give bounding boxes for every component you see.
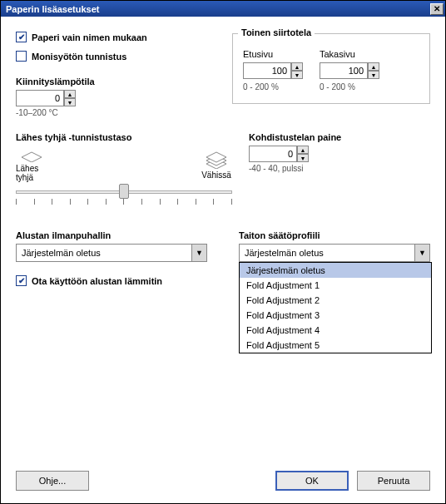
- ok-button[interactable]: OK: [275, 471, 349, 491]
- transfer-roll-legend: Toinen siirtotela: [238, 27, 315, 37]
- svg-marker-0: [22, 152, 42, 162]
- front-input[interactable]: [243, 62, 291, 79]
- transfer-roll-group: Toinen siirtotela Etusivu ▲ ▼ 0: [232, 33, 430, 104]
- fuser-temp-label: Kiinnityslämpötila: [16, 77, 232, 86]
- aligner-down[interactable]: ▼: [297, 154, 309, 162]
- fold-selected: Järjestelmän oletus: [240, 248, 414, 258]
- fold-option[interactable]: Fold Adjustment 3: [240, 308, 431, 323]
- blower-dropdown[interactable]: Järjestelmän oletus ▼: [16, 244, 207, 262]
- aligner-label: Kohdistustelan paine: [249, 132, 430, 142]
- checkbox-icon: [16, 32, 27, 42]
- paper-by-name-label: Paperi vain nimen mukaan: [32, 32, 147, 42]
- fuser-temp-input[interactable]: [16, 90, 64, 106]
- aligner-range: -40 - 40, pulssi: [249, 164, 430, 173]
- aligner-up[interactable]: ▲: [297, 146, 309, 154]
- threshold-right: Vähissä: [201, 170, 231, 180]
- threshold-label: Lähes tyhjä -tunnistustaso: [16, 132, 232, 142]
- fold-option[interactable]: Fold Adjustment 5: [240, 338, 431, 353]
- checkbox-icon: [16, 275, 27, 286]
- blower-selected: Järjestelmän oletus: [17, 248, 191, 258]
- stack-high-icon: [204, 151, 229, 169]
- threshold-slider[interactable]: [16, 185, 232, 215]
- tray-heater-label: Ota käyttöön alustan lämmitin: [32, 276, 162, 286]
- multifeed-label: Monisyötön tunnistus: [32, 52, 126, 62]
- front-label: Etusivu: [243, 49, 303, 59]
- slider-thumb[interactable]: [119, 184, 129, 199]
- close-button[interactable]: ✕: [430, 3, 444, 15]
- blower-label: Alustan ilmanpuhallin: [16, 230, 222, 240]
- help-button[interactable]: Ohje...: [16, 471, 89, 491]
- front-up[interactable]: ▲: [291, 62, 303, 71]
- tray-heater-checkbox[interactable]: Ota käyttöön alustan lämmitin: [16, 275, 222, 286]
- titlebar: Paperin lisäasetukset ✕: [1, 1, 445, 17]
- back-up[interactable]: ▲: [368, 62, 379, 71]
- content-area: Paperi vain nimen mukaan Monisyötön tunn…: [1, 17, 445, 458]
- checkbox-icon: [16, 51, 27, 62]
- dialog-window: Paperin lisäasetukset ✕ Paperi vain nime…: [0, 0, 446, 504]
- paper-by-name-checkbox[interactable]: Paperi vain nimen mukaan: [16, 32, 232, 42]
- fold-option[interactable]: Fold Adjustment 1: [240, 278, 431, 293]
- window-title: Paperin lisäasetukset: [6, 4, 430, 14]
- fold-option[interactable]: Fold Adjustment 4: [240, 323, 431, 338]
- back-down[interactable]: ▼: [368, 71, 379, 79]
- fold-option[interactable]: Järjestelmän oletus: [240, 263, 431, 278]
- fuser-temp-up[interactable]: ▲: [64, 90, 76, 98]
- fold-label: Taiton säätöprofiili: [239, 230, 430, 240]
- front-range: 0 - 200 %: [243, 82, 303, 91]
- chevron-down-icon[interactable]: ▼: [191, 245, 206, 261]
- fold-option[interactable]: Fold Adjustment 2: [240, 293, 431, 308]
- stack-low-icon: [19, 147, 44, 162]
- aligner-input[interactable]: [249, 146, 297, 162]
- back-input[interactable]: [320, 62, 368, 79]
- back-range: 0 - 200 %: [320, 82, 379, 91]
- chevron-down-icon[interactable]: ▼: [414, 245, 429, 261]
- multifeed-checkbox[interactable]: Monisyötön tunnistus: [16, 51, 232, 62]
- button-bar: Ohje... OK Peruuta: [1, 458, 445, 503]
- front-down[interactable]: ▼: [291, 71, 303, 79]
- fuser-temp-range: -10–200 °C: [16, 108, 232, 117]
- threshold-left: Lähes tyhjä: [16, 164, 47, 182]
- fuser-temp-down[interactable]: ▼: [64, 98, 76, 106]
- fold-dropdown[interactable]: Järjestelmän oletus ▼ Järjestelmän oletu…: [239, 244, 430, 262]
- fold-dropdown-list: Järjestelmän oletus Fold Adjustment 1 Fo…: [239, 262, 432, 353]
- back-label: Takasivu: [320, 49, 379, 59]
- cancel-button[interactable]: Peruuta: [357, 471, 430, 491]
